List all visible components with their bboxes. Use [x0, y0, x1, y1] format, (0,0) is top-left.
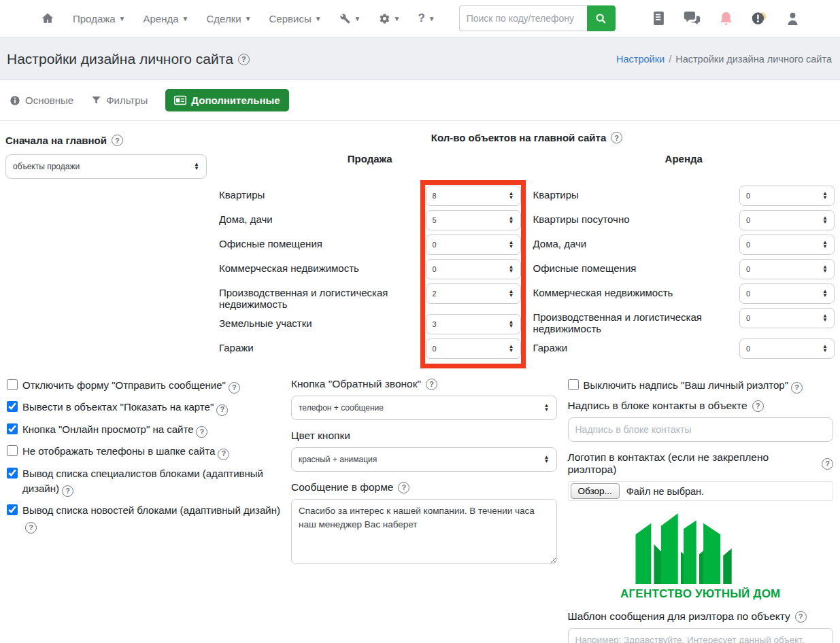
template-textarea[interactable]: [568, 628, 834, 643]
profile-icon[interactable]: [786, 12, 799, 26]
count-row: Квартиры8▲▼: [219, 186, 521, 206]
nav-services[interactable]: Сервисы▼: [269, 13, 322, 24]
count-input[interactable]: 0▲▼: [739, 234, 835, 255]
count-input[interactable]: 5▲▼: [426, 210, 521, 230]
count-input[interactable]: 3▲▼: [426, 314, 521, 334]
count-input[interactable]: 0▲▼: [426, 338, 521, 359]
chevron-down-icon: ▼: [119, 15, 126, 22]
help-icon[interactable]: ?: [62, 485, 73, 497]
nav-rent[interactable]: Аренда▼: [144, 13, 189, 24]
contact-caption-input[interactable]: [568, 417, 834, 442]
count-row: Дома, дачи5▲▼: [219, 210, 521, 230]
help-icon[interactable]: ?: [238, 54, 250, 65]
callback-column: Кнопка "Обратный звонок"? телефон + сооб…: [291, 378, 557, 643]
help-icon[interactable]: ?: [112, 135, 123, 146]
form-message-textarea[interactable]: Спасибо за интерес к нашей компании. В т…: [291, 499, 557, 564]
nav-sale[interactable]: Продажа▼: [73, 13, 126, 24]
online-view-checkbox[interactable]: [7, 423, 18, 434]
nav-deals[interactable]: Сделки▼: [207, 13, 252, 24]
stepper-arrows-icon[interactable]: ▲▼: [509, 290, 514, 298]
help-icon[interactable]: ?: [791, 382, 803, 394]
stepper-arrows-icon[interactable]: ▲▼: [822, 192, 828, 200]
stepper-arrows-icon[interactable]: ▲▼: [509, 345, 514, 353]
count-input[interactable]: 0▲▼: [739, 186, 835, 206]
count-input[interactable]: 8▲▼: [426, 186, 521, 206]
form-message-label: Сообщение в форме?: [291, 481, 557, 493]
count-input[interactable]: 0▲▼: [739, 308, 835, 328]
stepper-arrows-icon[interactable]: ▲▼: [822, 265, 828, 273]
news-blocks-checkbox[interactable]: [7, 504, 18, 515]
filter-icon: [91, 95, 101, 105]
stepper-arrows-icon[interactable]: ▲▼: [822, 345, 828, 353]
show-on-map-checkbox[interactable]: [7, 401, 18, 412]
checkbox-column: Отключить форму "Отправить сообщение"? В…: [7, 378, 280, 643]
help-icon[interactable]: ?: [398, 482, 409, 493]
stepper-arrows-icon[interactable]: ▲▼: [822, 314, 828, 322]
help-icon[interactable]: ?: [611, 132, 622, 143]
chevron-down-icon: ▼: [429, 15, 435, 22]
tab-filters[interactable]: Фильтры: [91, 94, 148, 106]
template-label: Шаблон сообщения для риэлтора по объекту…: [568, 610, 834, 623]
help-icon[interactable]: ?: [229, 382, 240, 394]
checkbox-row: Вывод списка новостей блоками (адаптивны…: [7, 503, 280, 534]
count-input[interactable]: 0▲▼: [739, 283, 835, 304]
help-icon[interactable]: ?: [795, 611, 807, 623]
disable-message-form-checkbox[interactable]: [7, 379, 18, 390]
navbar-right-icons: [652, 11, 830, 27]
stepper-arrows-icon[interactable]: ▲▼: [822, 216, 828, 224]
callback-select[interactable]: телефон + сообщение ▲▼: [291, 396, 557, 420]
select-arrows-icon: ▲▼: [544, 455, 550, 464]
breadcrumb-current: Настройки дизайна личного сайта: [675, 54, 832, 65]
browse-button[interactable]: Обзор...: [571, 483, 620, 499]
select-arrows-icon: ▲▼: [544, 404, 550, 412]
first-on-main-select[interactable]: объекты продажи ▲▼: [5, 154, 207, 179]
agency-logo-text: АГЕНТСТВО УЮТНЫЙ ДОМ: [568, 587, 834, 601]
help-icon[interactable]: ?: [216, 404, 228, 416]
stepper-arrows-icon[interactable]: ▲▼: [509, 216, 514, 224]
stepper-arrows-icon[interactable]: ▲▼: [822, 290, 828, 298]
tab-main[interactable]: Основные: [10, 94, 73, 106]
settings-card: Основные Фильтры Дополнительные Сначала …: [0, 80, 840, 643]
stepper-arrows-icon[interactable]: ▲▼: [822, 241, 828, 249]
search-button[interactable]: [587, 5, 616, 31]
nav-help-menu[interactable]: ?▼: [418, 12, 435, 25]
tab-additional[interactable]: Дополнительные: [165, 89, 288, 111]
alerts-icon[interactable]: [751, 11, 769, 26]
help-icon[interactable]: ?: [196, 426, 207, 438]
id-card-icon: [174, 95, 186, 105]
stepper-arrows-icon[interactable]: ▲▼: [509, 320, 514, 328]
chevron-down-icon: ▼: [394, 15, 401, 22]
help-icon[interactable]: ?: [218, 449, 229, 460]
disable-personal-realtor-checkbox[interactable]: [568, 379, 579, 390]
count-row: Квартиры0▲▼: [533, 186, 835, 206]
count-row: Дома, дачи0▲▼: [533, 234, 835, 255]
help-icon[interactable]: ?: [752, 400, 764, 412]
count-input[interactable]: 2▲▼: [426, 283, 521, 304]
count-input[interactable]: 0▲▼: [739, 338, 835, 359]
count-input[interactable]: 0▲▼: [426, 234, 521, 255]
count-row: Гаражи0▲▼: [219, 338, 521, 359]
stepper-arrows-icon[interactable]: ▲▼: [509, 265, 514, 273]
search-input[interactable]: [459, 5, 587, 31]
specialists-blocks-checkbox[interactable]: [7, 468, 18, 479]
home-icon[interactable]: [41, 12, 54, 25]
button-color-select[interactable]: красный + анимация ▲▼: [291, 447, 557, 472]
contact-caption-label: Надпись в блоке контакты в объекте?: [568, 400, 834, 412]
help-icon[interactable]: ?: [822, 458, 833, 470]
count-input[interactable]: 0▲▼: [426, 259, 521, 279]
nav-settings-menu[interactable]: ▼: [379, 13, 401, 24]
hide-phones-checkbox[interactable]: [7, 445, 18, 456]
help-icon[interactable]: ?: [25, 522, 37, 534]
notifications-bell-icon[interactable]: [719, 11, 733, 27]
messages-icon[interactable]: [683, 11, 701, 26]
stepper-arrows-icon[interactable]: ▲▼: [509, 192, 514, 200]
count-input[interactable]: 0▲▼: [739, 210, 835, 230]
help-icon[interactable]: ?: [426, 379, 437, 390]
callback-label: Кнопка "Обратный звонок"?: [291, 378, 557, 390]
breadcrumb-settings-link[interactable]: Настройки: [616, 54, 665, 65]
stepper-arrows-icon[interactable]: ▲▼: [509, 241, 514, 249]
nav-tools-menu[interactable]: ▼: [339, 13, 361, 24]
info-icon: [10, 95, 20, 106]
count-input[interactable]: 0▲▼: [739, 259, 835, 279]
journal-icon[interactable]: [652, 11, 665, 26]
